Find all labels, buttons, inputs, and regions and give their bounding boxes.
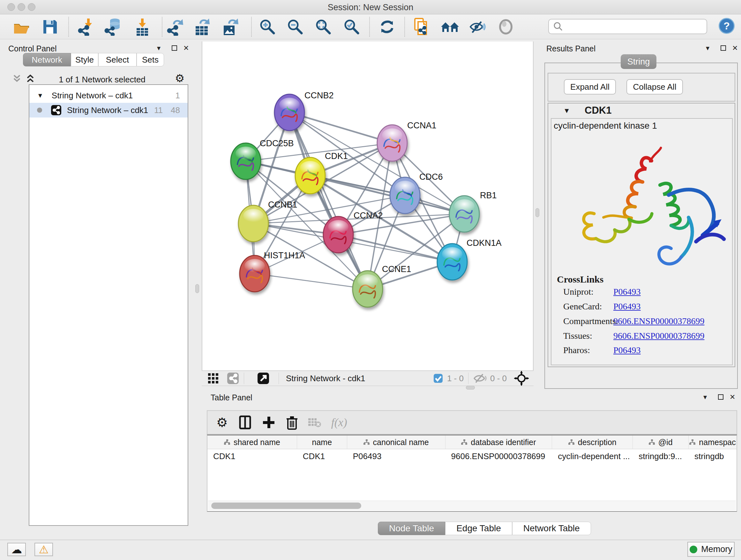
export-network-button[interactable]	[165, 16, 186, 37]
protein-node[interactable]: CDK1	[295, 151, 348, 194]
delete-table-icon[interactable]	[308, 417, 322, 428]
share-view-icon[interactable]	[226, 372, 239, 385]
column-header[interactable]: description	[552, 435, 633, 449]
column-header[interactable]: name	[297, 435, 347, 449]
protein-node[interactable]: CCNB2	[274, 91, 334, 131]
cell-namespace[interactable]: stringdb	[689, 449, 737, 463]
network-options-gear-icon[interactable]: ⚙	[175, 73, 185, 84]
show-columns-icon[interactable]	[239, 415, 252, 430]
warnings-button[interactable]: ⚠	[35, 543, 53, 556]
tab-select[interactable]: Select	[98, 53, 137, 66]
tab-edge-table[interactable]: Edge Table	[445, 522, 512, 535]
reset-view-crosshair-icon[interactable]	[514, 371, 529, 386]
tab-sets[interactable]: Sets	[137, 53, 164, 66]
table-panel-collapse-icon[interactable]: ▾	[703, 394, 707, 401]
table-row[interactable]: CDK1 CDK1 P06493 9606.ENSP00000378699 cy…	[207, 449, 737, 463]
cell-description[interactable]: cyclin-dependent ...	[552, 449, 633, 463]
splitter-handle[interactable]	[466, 386, 475, 389]
refresh-button[interactable]	[377, 16, 397, 37]
tab-network-table[interactable]: Network Table	[512, 522, 591, 535]
column-header[interactable]: shared name	[207, 435, 297, 449]
open-session-button[interactable]	[11, 16, 32, 37]
hidden-eye-slash-icon[interactable]	[473, 373, 487, 384]
network-snapshot-button[interactable]	[412, 16, 432, 37]
collapse-all-button[interactable]: Collapse All	[626, 79, 683, 95]
export-table-button[interactable]	[192, 16, 213, 37]
network-row-selected[interactable]: String Network – cdk1 11 48	[29, 103, 188, 118]
search-input[interactable]	[566, 22, 701, 31]
table-settings-gear-icon[interactable]: ⚙	[216, 416, 228, 429]
tab-network[interactable]: Network	[23, 53, 71, 66]
function-builder-fx[interactable]: f(x)	[331, 416, 347, 429]
control-panel-close-icon[interactable]: ✕	[183, 45, 189, 52]
import-table-button[interactable]	[132, 16, 152, 37]
import-network-button[interactable]	[76, 16, 97, 37]
network-graph[interactable]: CCNB2CCNA1CDC25BCDK1CDC6RB1CCNB1CCNA2CDK…	[202, 42, 533, 370]
node-label: CDC6	[419, 172, 443, 182]
column-header[interactable]: @id	[633, 435, 689, 449]
zoom-selected-button[interactable]	[341, 16, 362, 37]
crosslink-link[interactable]: 9606.ENSP00000378699	[613, 331, 704, 341]
hide-panels-button[interactable]	[468, 16, 488, 37]
tab-node-table[interactable]: Node Table	[378, 522, 445, 535]
crosslink-link[interactable]: P06493	[613, 301, 641, 312]
open-in-window-icon[interactable]	[257, 372, 270, 385]
crosslink-link[interactable]: 9606.ENSP00000378699	[613, 316, 704, 326]
birds-eye-grid-icon[interactable]	[207, 373, 219, 384]
protein-node[interactable]: CDKN1A	[437, 238, 502, 280]
control-panel-float-icon[interactable]	[172, 45, 177, 52]
network-collection-row[interactable]: ▼ String Network – cdk1 1	[29, 88, 188, 103]
cloud-button[interactable]: ☁	[7, 543, 26, 556]
collapse-all-networks-button[interactable]	[11, 74, 22, 85]
crosslink-link[interactable]: P06493	[613, 287, 641, 297]
results-panel-float-icon[interactable]	[721, 45, 726, 52]
table-panel-close-icon[interactable]: ✕	[730, 394, 735, 401]
crosslink-link[interactable]: P06493	[613, 345, 641, 355]
protein-node[interactable]: CCNB1	[239, 200, 297, 242]
protein-node[interactable]: HIST1H1A	[240, 251, 305, 292]
column-header[interactable]: namespac	[689, 435, 737, 449]
results-panel-collapse-icon[interactable]: ▾	[706, 45, 710, 52]
cell-id[interactable]: stringdb:9...	[633, 449, 689, 463]
splitter-handle[interactable]	[195, 284, 199, 293]
delete-column-trash-icon[interactable]	[286, 415, 298, 430]
results-panel-close-icon[interactable]: ✕	[732, 45, 738, 52]
zoom-in-button[interactable]	[257, 16, 278, 37]
import-table-icon	[134, 18, 151, 36]
show-panels-button[interactable]	[495, 16, 516, 37]
import-database-button[interactable]	[103, 16, 123, 37]
create-column-plus-icon[interactable]	[262, 416, 275, 429]
search-field[interactable]	[548, 19, 707, 34]
search-icon	[553, 21, 563, 32]
table-panel-float-icon[interactable]	[718, 394, 724, 401]
cell-database-identifier[interactable]: 9606.ENSP00000378699	[446, 449, 552, 463]
protein-node[interactable]: CCNE1	[353, 264, 411, 307]
memory-button[interactable]: Memory	[687, 542, 735, 557]
tab-string[interactable]: String	[621, 54, 657, 69]
control-panel-collapse-icon[interactable]: ▾	[157, 45, 160, 52]
protein-node[interactable]: CCNA1	[377, 121, 436, 161]
expand-all-button[interactable]: Expand All	[564, 79, 616, 95]
export-image-button[interactable]	[220, 16, 241, 37]
node-count: 11	[154, 105, 163, 115]
protein-node[interactable]: RB1	[449, 191, 497, 232]
gene-section-expand-icon[interactable]: ▼	[563, 107, 570, 115]
splitter-handle[interactable]	[536, 208, 539, 217]
zoom-fit-button[interactable]	[313, 16, 333, 37]
help-button[interactable]: ?	[719, 18, 735, 34]
expand-all-networks-button[interactable]	[25, 74, 36, 85]
tab-style[interactable]: Style	[71, 53, 98, 66]
network-canvas[interactable]: CCNB2CCNA1CDC25BCDK1CDC6RB1CCNB1CCNA2CDK…	[202, 42, 534, 370]
scrollbar-thumb[interactable]	[211, 503, 361, 509]
home-button[interactable]	[440, 16, 460, 37]
cell-canonical-name[interactable]: P06493	[347, 449, 446, 463]
column-header[interactable]: canonical name	[347, 435, 446, 449]
column-header[interactable]: database identifier	[446, 435, 552, 449]
cell-shared-name[interactable]: CDK1	[207, 449, 297, 463]
save-session-button[interactable]	[40, 16, 60, 37]
tree-expand-icon[interactable]: ▼	[37, 92, 44, 99]
selected-checkbox-icon[interactable]	[433, 373, 443, 383]
horizontal-scrollbar[interactable]	[208, 501, 736, 510]
zoom-out-button[interactable]	[285, 16, 306, 37]
cell-name[interactable]: CDK1	[297, 449, 347, 463]
